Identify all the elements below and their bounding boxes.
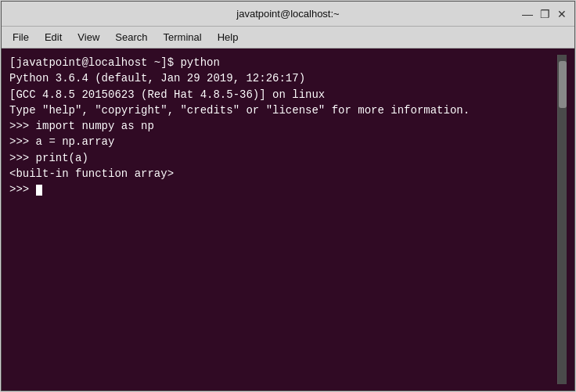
- maximize-button[interactable]: ❐: [538, 8, 551, 20]
- close-button[interactable]: ✕: [556, 8, 568, 20]
- menu-edit[interactable]: Edit: [37, 29, 70, 45]
- menu-view[interactable]: View: [70, 29, 107, 45]
- terminal-window: javatpoint@localhost:~ — ❐ ✕ File Edit V…: [1, 1, 575, 391]
- menu-terminal[interactable]: Terminal: [156, 29, 210, 45]
- menubar: File Edit View Search Terminal Help: [2, 27, 574, 49]
- terminal-area[interactable]: [javatpoint@localhost ~]$ python Python …: [2, 49, 574, 390]
- scrollbar[interactable]: [557, 55, 567, 384]
- menu-search[interactable]: Search: [107, 29, 155, 45]
- terminal-output: [javatpoint@localhost ~]$ python Python …: [9, 55, 557, 384]
- titlebar-title: javatpoint@localhost:~: [55, 8, 521, 20]
- minimize-button[interactable]: —: [521, 8, 534, 20]
- titlebar-controls: — ❐ ✕: [521, 8, 568, 20]
- terminal-cursor: [36, 185, 42, 196]
- scrollbar-thumb[interactable]: [559, 61, 567, 108]
- titlebar: javatpoint@localhost:~ — ❐ ✕: [2, 2, 574, 27]
- menu-help[interactable]: Help: [210, 29, 247, 45]
- menu-file[interactable]: File: [5, 29, 37, 45]
